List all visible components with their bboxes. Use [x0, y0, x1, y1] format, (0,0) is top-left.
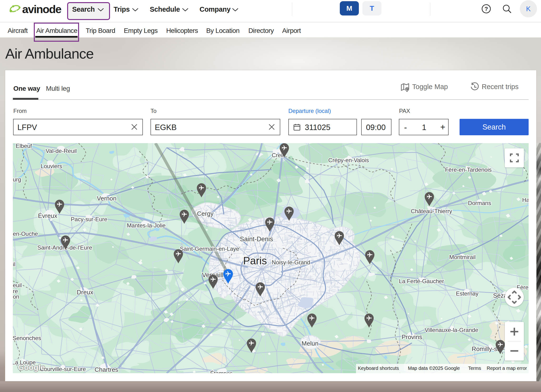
svg-text:Louviers: Louviers	[41, 163, 62, 169]
svg-text:on: on	[13, 293, 19, 300]
svg-text:La Ferté-Gaucher: La Ferté-Gaucher	[399, 278, 444, 284]
svg-text:Esternay: Esternay	[456, 290, 479, 297]
svg-text:Montmirail: Montmirail	[449, 254, 476, 260]
svg-text:Évreux: Évreux	[38, 212, 57, 219]
svg-text:Mantes-la-Jolie: Mantes-la-Jolie	[127, 222, 166, 229]
svg-text:Senonches: Senonches	[13, 335, 41, 341]
svg-text:Courville-sur-Eure: Courville-sur-Eure	[40, 366, 86, 372]
svg-text:Noisy-le-Grand: Noisy-le-Grand	[272, 259, 310, 266]
svg-text:Cergy: Cergy	[197, 210, 213, 217]
svg-text:Paris: Paris	[243, 255, 267, 267]
svg-text:Vernon: Vernon	[97, 195, 116, 202]
svg-text:Val-de-Reuil: Val-de-Reuil	[46, 148, 77, 154]
svg-text:Saint-Denis: Saint-Denis	[240, 235, 273, 243]
svg-text:Château-Thierry: Château-Thierry	[411, 208, 452, 214]
svg-text:Provins: Provins	[402, 333, 422, 340]
svg-text:Dreux: Dreux	[77, 289, 93, 296]
svg-text:il: il	[13, 261, 16, 267]
svg-text:Chartres: Chartres	[94, 366, 118, 373]
svg-text:Étampes: Étampes	[210, 370, 233, 373]
svg-text:Villenauxe-la-Grande: Villenauxe-la-Grande	[425, 327, 478, 333]
svg-text:Melun: Melun	[302, 340, 319, 347]
svg-text:Crépy-en-Valois: Crépy-en-Valois	[328, 157, 369, 163]
svg-text:Dormans: Dormans	[468, 200, 491, 206]
svg-text:Pacy-sur-Eure: Pacy-sur-Eure	[71, 216, 107, 222]
svg-text:Hau: Hau	[522, 197, 529, 203]
svg-text:urg: urg	[13, 176, 21, 183]
svg-text:Elbeuf: Elbeuf	[16, 143, 32, 149]
svg-text:euil: euil	[13, 282, 22, 288]
svg-text:en-Ouche: en-Ouche	[13, 230, 38, 237]
svg-text:Saint-Germain-en-Laye: Saint-Germain-en-Laye	[180, 246, 239, 252]
svg-text:Fère-en-Tardenois: Fère-en-Tardenois	[445, 167, 492, 173]
